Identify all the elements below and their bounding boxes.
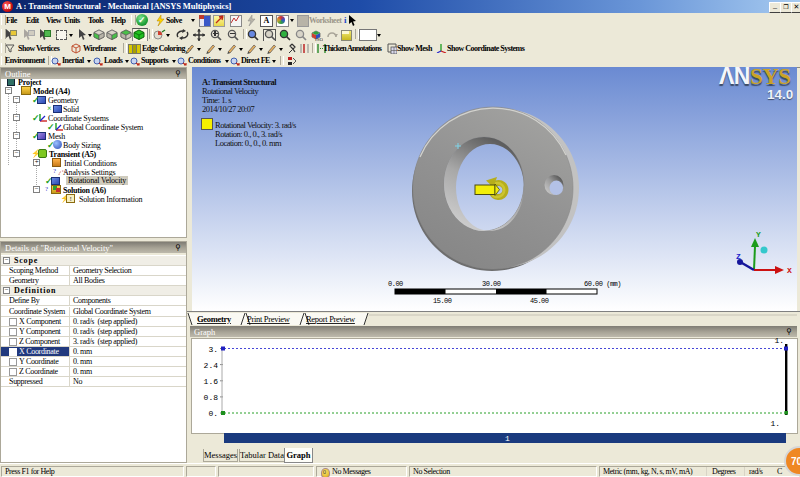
svg-text:45.00: 45.00: [530, 297, 549, 305]
svg-text:Print Preview: Print Preview: [247, 314, 291, 324]
svg-text:0.: 0.: [208, 409, 218, 418]
svg-text:Y: Y: [756, 230, 761, 239]
svg-text:0.8: 0.8: [204, 393, 219, 402]
svg-text:1.: 1.: [770, 419, 780, 428]
svg-text:15.00: 15.00: [433, 297, 452, 305]
svg-text:Report Preview: Report Preview: [306, 314, 356, 324]
svg-text:0.00: 0.00: [388, 280, 403, 288]
svg-text:60.00 (mm): 60.00 (mm): [584, 280, 621, 288]
svg-text:1.6: 1.6: [204, 377, 219, 386]
svg-text:30.00: 30.00: [482, 280, 501, 288]
svg-text:Z: Z: [736, 252, 741, 261]
svg-text:1.: 1.: [774, 336, 784, 345]
svg-text:X: X: [787, 266, 792, 275]
svg-text:2.4: 2.4: [204, 361, 219, 370]
svg-text:3.: 3.: [208, 345, 218, 354]
svg-text:Geometry: Geometry: [197, 314, 232, 324]
svg-text:1: 1: [505, 434, 510, 443]
